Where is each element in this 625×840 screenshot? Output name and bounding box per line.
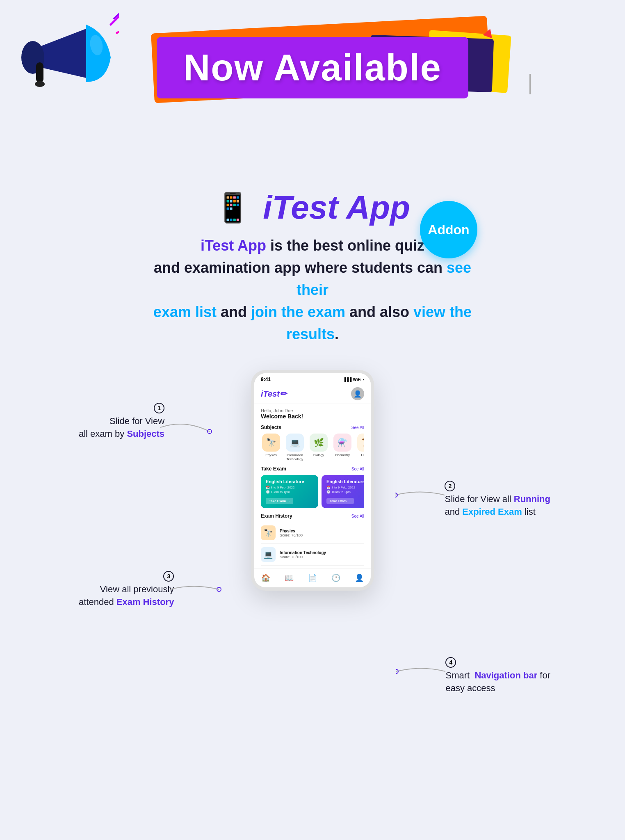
connector-1: [160, 419, 214, 436]
take-exam-see-all[interactable]: See All: [351, 467, 364, 471]
exam-history-header: Exam History See All: [261, 513, 364, 519]
annotation-1-text: Slide for Viewall exam by Subjects: [79, 415, 164, 441]
subjects-row: 🔭 Physics 💻 InformationTechnology 🌿 Biol…: [261, 434, 364, 461]
status-icons: ▐▐▐ WiFi ▪: [343, 377, 364, 382]
history-physics-info: Physics Score: 70/100: [280, 529, 303, 537]
battery-icon: ▪: [363, 377, 364, 382]
subject-chemistry[interactable]: ⚗️ Chemistry: [332, 434, 353, 461]
take-exam-btn-2[interactable]: Take Exam →: [326, 498, 354, 504]
biology-label: Biology: [313, 453, 324, 457]
exam-2-name: English Literature: [326, 479, 364, 484]
it-icon: 💻: [286, 434, 304, 452]
nav-history[interactable]: 🕐: [328, 572, 344, 584]
addon-badge-container: Addon: [529, 74, 531, 94]
wifi-icon: WiFi: [353, 377, 361, 382]
desc-join-exam: join the exam: [251, 304, 345, 320]
annotation-2-text: Slide for View all Runningand Expired Ex…: [445, 493, 550, 518]
addon-badge: Addon: [420, 201, 477, 258]
itest-logo: iTest✏: [261, 389, 287, 399]
history-see-all[interactable]: See All: [351, 514, 364, 518]
connector-4: [396, 665, 449, 678]
desc-period: .: [335, 326, 339, 342]
history-item-physics[interactable]: 🔭 Physics Score: 70/100: [261, 522, 364, 544]
subject-biology[interactable]: 🌿 Biology: [308, 434, 329, 461]
annotation-4: 4 Smart Navigation bar foreasy access: [445, 657, 550, 695]
megaphone-icon: [12, 0, 119, 116]
connector-2: [395, 489, 449, 501]
history-physics-score: Score: 70/100: [280, 533, 303, 537]
take-exam-header: Take Exam See All: [261, 466, 364, 472]
history-icon: 📜: [357, 434, 364, 452]
svg-rect-5: [36, 62, 43, 83]
phone-header: iTest✏ 👤: [254, 384, 371, 404]
subjects-section: Subjects See All 🔭 Physics 💻 Information…: [254, 422, 371, 463]
take-exam-section: Take Exam See All English Literature 📅 8…: [254, 463, 371, 511]
pin-string: [529, 74, 531, 94]
desc-exam-list: exam list: [153, 304, 217, 320]
annotation-3-text: View all previouslyattended Exam History: [79, 583, 174, 609]
chemistry-icon: ⚗️: [333, 434, 351, 452]
nav-home[interactable]: 🏠: [258, 572, 274, 584]
desc-and-also: and also: [345, 304, 413, 320]
annotation-1-number: 1: [154, 403, 164, 413]
banner-main: Now Available: [157, 37, 468, 98]
history-label: History: [361, 453, 364, 457]
annotation-2: 2 Slide for View all Runningand Expired …: [445, 481, 550, 518]
exam-history-section: Exam History See All 🔭 Physics Score: 70…: [254, 511, 371, 568]
history-item-it[interactable]: 💻 Information Technology Score: 70/100: [261, 544, 364, 566]
banner-layers: Now Available: [128, 25, 497, 115]
history-it-info: Information Technology Score: 70/100: [280, 550, 326, 559]
desc-itest-app: iTest App: [201, 237, 266, 254]
subjects-header: Subjects See All: [261, 425, 364, 430]
exam-1-date: 📅 8 to 9 Feb, 2022: [266, 486, 313, 489]
history-physics-icon: 🔭: [261, 525, 276, 540]
annotation-3-number: 3: [163, 571, 174, 582]
main-content-area: 9:41 ▐▐▐ WiFi ▪ iTest✏ 👤 Hello, John Doe…: [66, 370, 559, 739]
exam-history-title: Exam History: [261, 513, 292, 519]
exam-card-1[interactable]: English Literature 📅 8 to 9 Feb, 2022 🕐 …: [261, 475, 318, 508]
addon-label: Addon: [428, 222, 469, 237]
it-label: InformationTechnology: [287, 453, 303, 461]
app-title-section: 📱 iTest App: [0, 189, 625, 226]
svg-line-1: [117, 27, 119, 33]
exams-scroll: English Literature 📅 8 to 9 Feb, 2022 🕐 …: [261, 475, 364, 508]
user-avatar: 👤: [351, 387, 364, 400]
history-physics-name: Physics: [280, 529, 303, 533]
subjects-see-all[interactable]: See All: [351, 425, 364, 430]
chemistry-label: Chemistry: [335, 453, 350, 457]
history-it-icon: 💻: [261, 547, 276, 562]
nav-profile[interactable]: 👤: [351, 572, 367, 584]
subject-physics[interactable]: 🔭 Physics: [261, 434, 281, 461]
biology-icon: 🌿: [310, 434, 328, 452]
nav-document[interactable]: 📄: [305, 572, 320, 584]
history-it-name: Information Technology: [280, 550, 326, 555]
exam-2-time: 🕐 10am to 1pm: [326, 490, 364, 494]
annotation-3: 3 View all previouslyattended Exam Histo…: [79, 571, 174, 609]
exam-1-time: 🕐 10am to 1pm: [266, 490, 313, 494]
take-exam-title: Take Exam: [261, 466, 286, 472]
nav-book[interactable]: 📖: [281, 572, 297, 584]
signal-icon: ▐▐▐: [343, 377, 351, 382]
svg-point-6: [35, 81, 45, 87]
connector-3: [170, 583, 223, 596]
desc-and: and: [217, 304, 251, 320]
phone-frame: 9:41 ▐▐▐ WiFi ▪ iTest✏ 👤 Hello, John Doe…: [251, 370, 374, 591]
subjects-title: Subjects: [261, 425, 281, 430]
phone-icon: 📱: [215, 191, 251, 224]
physics-label: Physics: [265, 453, 277, 457]
phone-mockup-wrapper: 9:41 ▐▐▐ WiFi ▪ iTest✏ 👤 Hello, John Doe…: [251, 370, 374, 591]
history-it-score: Score: 70/100: [280, 555, 326, 559]
subject-it[interactable]: 💻 InformationTechnology: [285, 434, 305, 461]
annotation-4-text: Smart Navigation bar foreasy access: [445, 669, 550, 695]
app-name-title: iTest App: [263, 189, 410, 226]
status-time: 9:41: [261, 377, 271, 382]
exam-card-2[interactable]: English Literature 📅 8 to 9 Feb, 2022 🕐 …: [322, 475, 364, 508]
bottom-nav: 🏠 📖 📄 🕐 👤: [254, 568, 371, 587]
subject-history[interactable]: 📜 History: [356, 434, 364, 461]
desc-part2: is the best online quiz: [266, 237, 424, 254]
banner-title: Now Available: [183, 47, 442, 89]
physics-icon: 🔭: [262, 434, 280, 452]
take-exam-btn-1[interactable]: Take Exam →: [266, 498, 293, 504]
phone-welcome: Hello, John Doe Welcome Back!: [254, 404, 371, 422]
welcome-text: Welcome Back!: [261, 413, 364, 420]
